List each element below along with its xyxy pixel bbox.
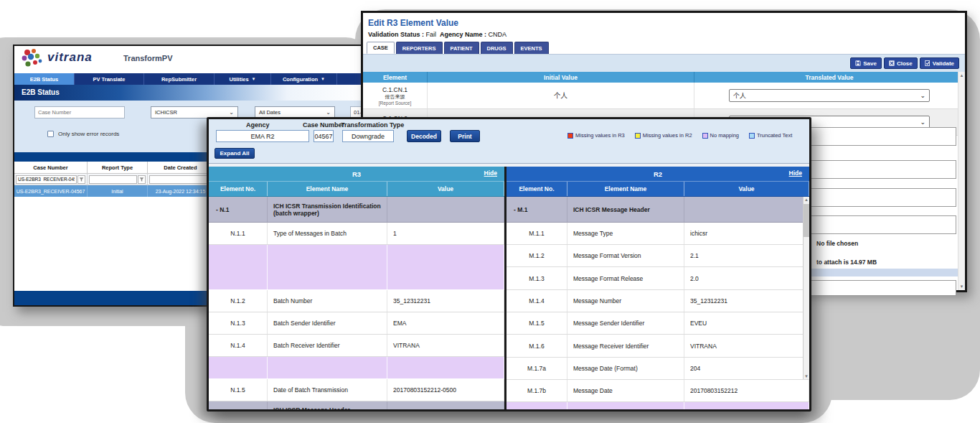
main-nav: E2B StatusPV TranslateRepSubmitterUtilit… xyxy=(14,73,364,85)
tab-case[interactable]: CASE xyxy=(367,42,395,54)
r3-cell-value xyxy=(387,357,504,378)
r2-row-M.1.5: M.1.5Message Sender IdentifierEVEU xyxy=(507,312,809,335)
date-range-value: All Dates xyxy=(259,109,281,116)
scroll-up-icon[interactable]: ▲ xyxy=(804,197,809,202)
r3-row-N.1.1: N.1.1Type of Messages in Batch1 xyxy=(209,223,504,245)
case-number-input[interactable] xyxy=(314,130,334,142)
agency-name-value: CNDA xyxy=(489,31,507,38)
r2-hide-link[interactable]: Hide xyxy=(789,169,802,177)
r3-hide-link[interactable]: Hide xyxy=(484,169,497,177)
expand-all-button[interactable]: Expand All xyxy=(215,148,255,159)
print-button[interactable]: Print xyxy=(450,130,480,142)
r2-cell-no: M.1.5 xyxy=(507,312,567,334)
r2-cell-value xyxy=(684,402,809,409)
chevron-down-icon: ⌄ xyxy=(229,109,234,116)
r2-cell-value xyxy=(684,197,809,222)
r3-row-group[interactable]: ICH ICSR Message Header xyxy=(209,401,504,409)
checkbox-label: Only show error records xyxy=(58,131,119,137)
r3-cell-value xyxy=(387,245,504,289)
r2-cell-no: M.1.3 xyxy=(507,267,567,289)
chevron-down-icon: ▼ xyxy=(252,77,256,81)
r2-row-M.1.4: M.1.4Message Number35_12312231 xyxy=(507,290,809,312)
validate-button[interactable]: Validate xyxy=(920,57,959,69)
legend-item: No mapping xyxy=(702,132,739,139)
r3-cell-value: 35_12312231 xyxy=(387,290,504,312)
filter-funnel-icon[interactable] xyxy=(77,175,85,184)
legend-label: Missing values in R3 xyxy=(575,132,625,139)
case-number-input[interactable] xyxy=(34,106,125,118)
close-button[interactable]: Close xyxy=(884,57,918,69)
grid-case-number-filter[interactable] xyxy=(16,175,77,184)
compare-window: Agency Case Number Transformation Type D… xyxy=(207,117,811,412)
compare-header: Agency Case Number Transformation Type D… xyxy=(209,119,809,164)
nav-tab-utilities[interactable]: Utilities▼ xyxy=(215,73,271,85)
tab-patient[interactable]: PATIENT xyxy=(444,42,479,54)
window-title: Edit R3 Element Value xyxy=(368,18,458,28)
r3-panel: R3 Hide Element No. Element Name Value -… xyxy=(209,167,504,409)
error-records-checkbox[interactable]: Only show error records xyxy=(47,131,119,137)
tab-events[interactable]: EVENTS xyxy=(514,42,549,54)
legend: Missing values in R3Missing values in R2… xyxy=(567,132,792,139)
save-button[interactable]: Save xyxy=(850,57,882,69)
legend-swatch-icon xyxy=(635,133,641,139)
grid-date-created-filter[interactable] xyxy=(149,175,208,184)
cell-case-number: US-E2BR3_RECEIVER-04567 xyxy=(14,185,88,197)
r3-row-N.1[interactable]: - N.1ICH ICSR Transmission Identificatio… xyxy=(209,197,504,223)
translated-value-select[interactable]: 个人 ⌄ xyxy=(729,89,930,102)
r2-scrollbar[interactable]: ▲ ▼ xyxy=(803,197,809,379)
transformation-type-input[interactable] xyxy=(342,130,394,142)
r3-row-nomap xyxy=(209,357,504,379)
agency-input[interactable] xyxy=(216,130,309,142)
r2-cell-no: M.1.7a xyxy=(507,358,567,379)
grid-report-type-filter[interactable] xyxy=(89,175,137,184)
product-name: TransformPV xyxy=(123,54,172,62)
r3-cell-name: Type of Messages in Batch xyxy=(268,223,387,244)
r2-cell-value: EVEU xyxy=(684,312,809,334)
scroll-down-icon[interactable]: ▼ xyxy=(958,284,965,289)
legend-swatch-icon xyxy=(567,133,573,139)
column-header: Report Type xyxy=(88,162,148,173)
element-cell: C.1.CN.1 报告来源 [Report Source] xyxy=(363,83,428,108)
cell-date-created: 23-Aug-2022 12:34:15 xyxy=(148,185,214,197)
save-icon xyxy=(855,60,861,66)
scroll-thumb[interactable] xyxy=(804,204,809,237)
r2-cell-name: Message Format Version xyxy=(567,245,684,266)
r3-cell-name: Batch Sender Identifier xyxy=(268,312,387,334)
edit-row: C.1.CN.1 报告来源 [Report Source] 个人 个人 ⌄ xyxy=(363,83,965,109)
initial-value-cell: 个人 xyxy=(428,83,694,108)
nav-tab-repsubmitter[interactable]: RepSubmitter xyxy=(144,73,215,85)
tab-reporters[interactable]: REPORTERS xyxy=(396,42,443,54)
r3-cell-no: N.1.1 xyxy=(209,223,268,244)
r2-cell-no: M.1.1 xyxy=(507,223,567,244)
r2-cell-name xyxy=(567,402,684,409)
scroll-up-icon[interactable]: ▲ xyxy=(958,73,965,78)
nav-tab-configuration[interactable]: Configuration▼ xyxy=(271,73,337,85)
r2-cell-no: - M.1 xyxy=(507,197,567,222)
decoded-button[interactable]: Decoded xyxy=(407,130,441,142)
r2-row-M.1[interactable]: - M.1ICH ICSR Message Header xyxy=(507,197,809,223)
r3-cell-value: VITRANA xyxy=(387,335,504,356)
edit-scrollbar[interactable]: ▲ ▼ xyxy=(958,72,965,290)
legend-item: Missing values in R2 xyxy=(635,132,692,139)
r3-cell-no: N.1.3 xyxy=(209,312,268,334)
r3-row-N.1.4: N.1.4Batch Receiver IdentifierVITRANA xyxy=(209,335,504,357)
scroll-down-icon[interactable]: ▼ xyxy=(804,374,809,378)
legend-label: Missing values in R2 xyxy=(643,132,692,139)
column-header: Translated Value xyxy=(694,72,965,83)
r2-panel: R2 Hide Element No. Element Name Value -… xyxy=(507,167,809,409)
legend-item: Missing values in R3 xyxy=(567,132,625,139)
filter-funnel-icon[interactable] xyxy=(138,175,146,184)
desktop: vitrana TransformPV E2B StatusPV Transla… xyxy=(0,0,980,423)
checkbox-icon[interactable] xyxy=(47,131,54,137)
nav-tab-e2b-status[interactable]: E2B Status xyxy=(14,73,75,85)
tab-drugs[interactable]: DRUGS xyxy=(481,42,513,54)
nav-tab-pv-translate[interactable]: PV Translate xyxy=(75,73,144,85)
r3-panel-header: R3 Hide xyxy=(209,167,504,181)
column-header: Element No. xyxy=(507,182,567,196)
cell-report-type: Initial xyxy=(88,185,148,197)
r3-rows: - N.1ICH ICSR Transmission Identificatio… xyxy=(209,197,504,409)
r3-cell-no: N.1.2 xyxy=(209,290,268,312)
case-number-label: Case Number xyxy=(303,121,344,129)
column-header: Element xyxy=(363,72,428,83)
r3-cell-no: N.1.4 xyxy=(209,335,268,356)
